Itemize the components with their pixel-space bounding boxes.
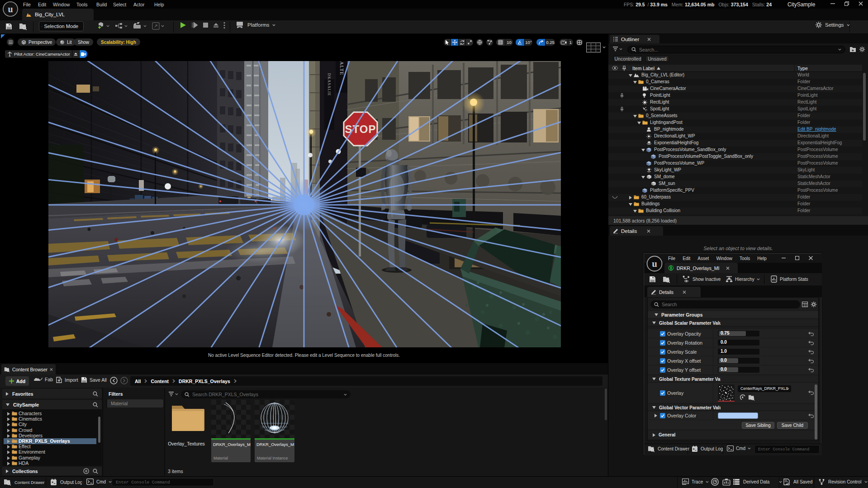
svg-text:STOP: STOP [345,123,376,135]
svg-text:u: u [652,258,657,269]
svg-text:u: u [8,4,13,14]
svg-text:ASALTE: ASALTE [339,61,345,76]
svg-text:DKASALIE: DKASALIE [327,73,332,96]
